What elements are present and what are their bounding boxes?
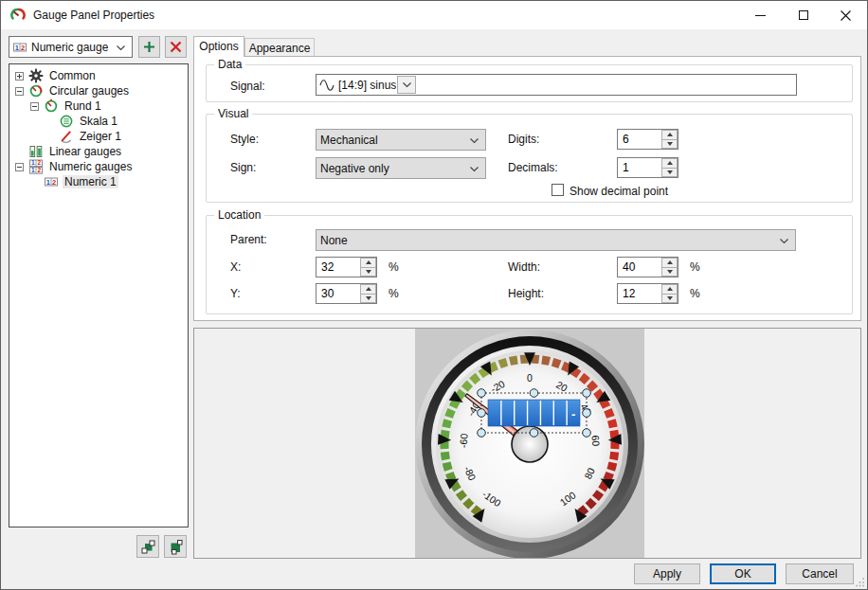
tree-item-numeric-1[interactable]: 12Numeric 1 <box>9 174 188 189</box>
ok-button[interactable]: OK <box>710 563 776 584</box>
y-label: Y: <box>230 287 241 300</box>
svg-text:0: 0 <box>527 372 533 384</box>
tree-collapse-icon[interactable] <box>30 102 39 111</box>
decimals-value[interactable]: 1 <box>618 158 661 177</box>
tab-appearance[interactable]: Appearance <box>244 38 315 56</box>
close-button[interactable] <box>824 1 867 29</box>
title-bar[interactable]: Gauge Panel Properties <box>1 1 867 29</box>
width-value[interactable]: 40 <box>618 258 661 277</box>
chevron-down-icon <box>780 234 788 247</box>
decimals-spin-down-button[interactable] <box>661 168 678 178</box>
window-title: Gauge Panel Properties <box>33 9 154 22</box>
decimals-spin-up-button[interactable] <box>661 158 678 168</box>
gear-icon <box>28 68 44 83</box>
add-gauge-button[interactable] <box>138 36 160 58</box>
location-group-title: Location <box>214 208 264 222</box>
needle-icon <box>59 129 74 144</box>
maximize-button[interactable] <box>782 1 824 29</box>
tree-item-zeiger-1[interactable]: Zeiger 1 <box>9 129 188 144</box>
y-spinner[interactable]: 30 <box>316 283 377 304</box>
x-value[interactable]: 32 <box>316 258 360 277</box>
parent-select[interactable]: None <box>316 229 796 251</box>
plus-icon <box>143 41 155 53</box>
style-select[interactable]: Mechanical <box>316 129 486 151</box>
width-spinner[interactable]: 40 <box>617 257 678 277</box>
tree-item-label: Rund 1 <box>63 99 103 113</box>
digits-spinner[interactable]: 6 <box>617 129 678 150</box>
y-spin-up-button[interactable] <box>360 284 376 294</box>
tree-item-label: Circular gauges <box>47 84 131 98</box>
parent-value: None <box>316 234 348 247</box>
dialog-window: Gauge Panel Properties 12 Numeric gauge … <box>0 0 868 590</box>
digits-spin-down-button[interactable] <box>661 139 678 150</box>
sine-wave-icon <box>319 78 335 93</box>
selection-handle[interactable] <box>478 409 486 418</box>
tree-item-label: Numeric 1 <box>63 175 118 188</box>
y-value[interactable]: 30 <box>316 284 360 303</box>
collapse-squares-icon <box>140 539 156 555</box>
x-spin-down-button[interactable] <box>360 267 376 277</box>
digits-spin-up-button[interactable] <box>661 130 678 139</box>
numeric-gauge-icon: 12 <box>12 40 27 55</box>
resize-grip[interactable] <box>853 575 865 587</box>
height-value[interactable]: 12 <box>618 284 661 303</box>
x-label: X: <box>230 260 241 274</box>
chevron-down-icon <box>403 82 411 88</box>
show-decimal-point-checkbox[interactable] <box>552 184 564 196</box>
gauge-tree[interactable]: CommonCircular gaugesRund 1Skala 1Zeiger… <box>9 63 189 527</box>
signal-label: Signal: <box>230 80 265 93</box>
y-spin-down-button[interactable] <box>360 294 376 304</box>
expand-squares-icon <box>168 539 184 555</box>
selection-handle[interactable] <box>478 429 486 438</box>
tree-item-common[interactable]: Common <box>9 68 188 83</box>
x-spinner[interactable]: 32 <box>316 257 377 277</box>
chevron-down-icon <box>470 162 479 175</box>
parent-label: Parent: <box>230 233 267 246</box>
tab-options[interactable]: Options <box>193 36 244 57</box>
cancel-button[interactable]: Cancel <box>786 563 854 584</box>
tree-item-numeric-gauges[interactable]: 1212Numeric gauges <box>9 159 188 174</box>
tree-item-linear-gauges[interactable]: Linear gauges <box>9 144 188 159</box>
selection-handle[interactable] <box>530 389 538 398</box>
minimize-icon <box>755 15 766 16</box>
tree-item-circular-gauges[interactable]: Circular gauges <box>9 83 188 98</box>
delete-gauge-button[interactable] <box>165 36 187 58</box>
maximize-icon <box>799 10 808 20</box>
decimals-label: Decimals: <box>508 161 558 174</box>
tree-expand-all-button[interactable] <box>164 535 187 558</box>
numeric-display[interactable]: - <box>488 400 580 426</box>
tree-item-skala-1[interactable]: Skala 1 <box>9 114 188 129</box>
selection-handle[interactable] <box>583 389 591 398</box>
tree-collapse-icon[interactable] <box>15 163 24 171</box>
tree-collapse-icon[interactable] <box>15 87 24 96</box>
display-sign-text: - <box>571 407 575 421</box>
x-spin-up-button[interactable] <box>360 258 376 267</box>
digits-value[interactable]: 6 <box>618 130 661 149</box>
chevron-down-icon <box>117 41 125 54</box>
signal-select[interactable]: [14:9] sinus <box>316 74 797 96</box>
decimals-spinner[interactable]: 1 <box>617 157 678 178</box>
delete-x-icon <box>170 41 182 53</box>
selection-handle[interactable] <box>478 389 486 398</box>
width-spin-up-button[interactable] <box>661 258 678 267</box>
numeric-gauges-icon: 1212 <box>28 159 44 174</box>
tree-expand-icon[interactable] <box>15 72 24 80</box>
linear-gauge-icon <box>28 144 44 159</box>
chevron-down-icon <box>470 134 479 147</box>
svg-text:2: 2 <box>37 167 41 173</box>
selection-handle[interactable] <box>583 409 591 418</box>
selection-handle[interactable] <box>583 429 591 438</box>
selection-handle[interactable] <box>530 429 538 438</box>
height-spin-down-button[interactable] <box>661 294 678 304</box>
tree-item-rund-1[interactable]: Rund 1 <box>9 98 188 114</box>
tree-collapse-all-button[interactable] <box>136 535 159 558</box>
height-spin-up-button[interactable] <box>661 284 678 294</box>
width-spin-down-button[interactable] <box>661 267 678 277</box>
signal-dropdown-button[interactable] <box>397 76 416 94</box>
round-gauge-icon <box>44 98 59 114</box>
minimize-button[interactable] <box>739 1 782 29</box>
gauge-type-select[interactable]: 12 Numeric gauge <box>9 36 133 58</box>
apply-button[interactable]: Apply <box>634 563 700 584</box>
height-spinner[interactable]: 12 <box>617 283 678 304</box>
sign-select[interactable]: Negative only <box>316 157 486 179</box>
